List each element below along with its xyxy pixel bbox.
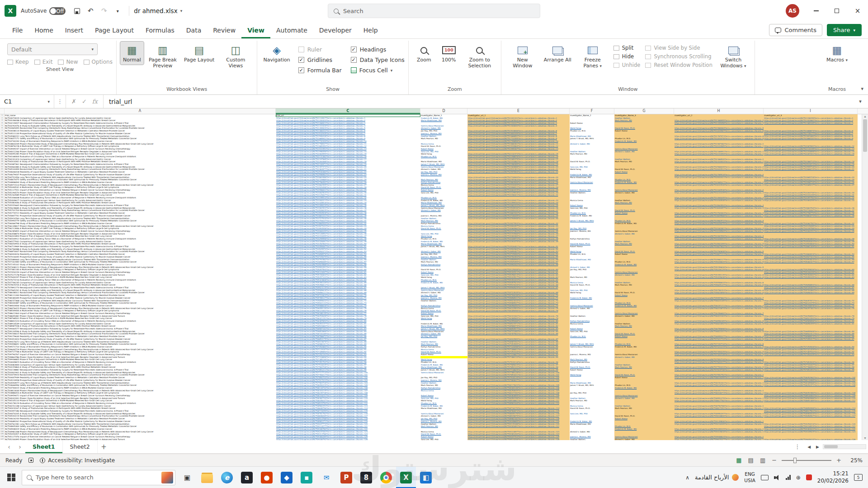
blue-app-icon[interactable]: ◆	[277, 467, 297, 488]
cell-H127[interactable]: https://clinicaltrials.gov/ct2/show/reco…	[674, 438, 764, 440]
excel-icon[interactable]: X	[396, 467, 416, 488]
mail-icon[interactable]: ✉	[316, 467, 336, 488]
scroll-down-icon[interactable]: ▾	[864, 436, 866, 440]
expand-formula-bar-icon[interactable]: ▾	[853, 99, 868, 104]
redo-button[interactable]: ↷	[97, 4, 111, 18]
name-box[interactable]: C1 ▾	[0, 95, 54, 108]
column-header-F[interactable]: F	[570, 108, 614, 114]
vertical-scrollbar[interactable]: ▴ ▾	[862, 114, 868, 440]
tab-insert[interactable]: Insert	[59, 23, 89, 38]
sheet-tab-sheet2[interactable]: Sheet2	[63, 440, 98, 453]
page-break-preview-button[interactable]: ▥ Page Break Preview	[145, 42, 180, 70]
tray-overflow-icon[interactable]: ∧	[685, 474, 689, 481]
language-indicator[interactable]: ENG USIA	[744, 471, 755, 483]
search-highlights-image[interactable]	[161, 472, 173, 483]
tab-overflow-icon[interactable]: ⋮	[791, 443, 804, 450]
collapse-ribbon-button[interactable]: ▾	[861, 86, 863, 92]
vertical-scroll-thumb[interactable]	[863, 119, 867, 152]
macro-record-icon[interactable]	[28, 458, 33, 463]
tab-file[interactable]: File	[6, 23, 28, 38]
new-sheet-view-button[interactable]: New	[58, 59, 78, 65]
zoom-to-selection-button[interactable]: Zoom to Selection	[462, 42, 497, 70]
switch-windows-button[interactable]: Switch Windows ▾	[716, 42, 751, 70]
sheet-tab-sheet1[interactable]: Sheet1	[25, 440, 63, 453]
tab-data[interactable]: Data	[180, 23, 207, 38]
page-layout-view-button[interactable]: ▤ Page Layout	[182, 42, 217, 65]
checkbox-formula-bar[interactable]: ✓Formula Bar	[298, 65, 342, 75]
cell-C127[interactable]: https://clinicaltrials.gov/ct2/show/reco…	[276, 438, 420, 440]
undo-button[interactable]: ↶	[84, 4, 97, 18]
share-button[interactable]: Share ▾	[827, 24, 862, 36]
zoom-button[interactable]: Zoom	[412, 42, 436, 65]
sheet-view-dropdown[interactable]: Default ▾	[7, 43, 98, 55]
page-break-shortcut-icon[interactable]: ▥	[759, 457, 767, 464]
accessibility-status[interactable]: Accessibility: Investigate	[40, 457, 115, 464]
cell-A127[interactable]: NCT05200395 Phase I Dose Escalation Stud…	[5, 438, 276, 440]
taskbar-search-input[interactable]: Type here to search	[22, 470, 175, 485]
column-header-E[interactable]: E	[467, 108, 570, 114]
checkbox-headings[interactable]: ✓Headings	[351, 44, 405, 55]
page-layout-shortcut-icon[interactable]: ▤	[747, 457, 755, 464]
zoom-level[interactable]: 25%	[846, 457, 863, 464]
keep-button[interactable]: Keep	[7, 59, 29, 65]
autosave-switch-icon[interactable]: Off	[49, 7, 66, 15]
volume-icon[interactable]	[774, 475, 780, 480]
network-icon[interactable]	[786, 475, 791, 480]
formula-bar-handle[interactable]: ⋮	[54, 95, 66, 108]
zoom-in-icon[interactable]: +	[835, 457, 843, 464]
normal-view-button[interactable]: ▦ Normal	[120, 42, 144, 65]
column-header-H[interactable]: H	[674, 108, 764, 114]
start-button[interactable]	[1, 467, 22, 488]
security-tray-icon[interactable]	[806, 474, 812, 480]
tab-automate[interactable]: Automate	[270, 23, 313, 38]
file-explorer-icon[interactable]	[197, 467, 217, 488]
zoom-slider-thumb[interactable]	[793, 458, 797, 463]
checkbox-data-type-icons[interactable]: ✓Data Type Icons	[351, 55, 405, 65]
autosave-toggle[interactable]: AutoSave Off	[21, 7, 66, 15]
scroll-left-icon[interactable]: ◀	[806, 445, 812, 449]
chrome-icon[interactable]	[376, 467, 396, 488]
close-button[interactable]: ×	[847, 0, 868, 22]
custom-views-button[interactable]: ◫ Custom Views	[218, 42, 253, 70]
unhide-button[interactable]: Unhide	[612, 61, 642, 69]
media-app-icon[interactable]: 8	[356, 467, 376, 488]
checkbox-gridlines[interactable]: ✓Gridlines	[298, 55, 342, 65]
view-side-by-side-button[interactable]: View Side by Side	[643, 44, 714, 52]
options-button[interactable]: Options	[84, 59, 113, 65]
cell-E127[interactable]: https://clinicaltrials.gov/ct2/show/reco…	[467, 438, 570, 440]
minimize-button[interactable]	[806, 0, 826, 22]
clock[interactable]: 15:21 20/02/2026	[817, 470, 849, 484]
globe-icon[interactable]: ⊕	[796, 474, 801, 481]
task-view-icon[interactable]: ▣	[177, 467, 197, 488]
column-header-G[interactable]: G	[614, 108, 674, 114]
search-input[interactable]: Search	[328, 4, 540, 18]
store-app-icon[interactable]: ◧	[416, 467, 436, 488]
column-header-D[interactable]: D	[420, 108, 467, 114]
chat-app-icon[interactable]: ▪	[297, 467, 316, 488]
exit-button[interactable]: Exit	[34, 59, 53, 65]
tab-home[interactable]: Home	[28, 23, 59, 38]
save-button[interactable]	[70, 4, 84, 18]
maximize-button[interactable]	[826, 0, 847, 22]
tab-formulas[interactable]: Formulas	[140, 23, 180, 38]
insert-function-icon[interactable]: fx	[92, 98, 98, 105]
column-header-rowhdr[interactable]	[0, 108, 5, 114]
zoom-100-button[interactable]: 100 100%	[437, 42, 461, 65]
touch-keyboard-icon[interactable]	[761, 475, 769, 480]
enter-icon[interactable]: ✓	[82, 98, 87, 105]
cell-F127[interactable]: Heather Walters	[570, 438, 614, 440]
macros-button[interactable]: ▦ Macros ▾	[824, 42, 850, 65]
synchronous-scrolling-button[interactable]: Synchronous Scrolling	[643, 53, 714, 60]
tab-help[interactable]: Help	[358, 23, 384, 38]
new-window-button[interactable]: New Window	[505, 42, 540, 70]
hide-button[interactable]: Hide	[612, 53, 642, 60]
column-header-I[interactable]: I	[764, 108, 858, 114]
scroll-up-icon[interactable]: ▴	[864, 114, 866, 118]
zoom-out-icon[interactable]: −	[770, 457, 778, 464]
tab-developer[interactable]: Developer	[313, 23, 358, 38]
add-sheet-button[interactable]: +	[98, 443, 110, 451]
prev-sheet-icon[interactable]: ‹	[4, 443, 14, 450]
news-widget[interactable]: الأرباح القادمة	[695, 474, 739, 481]
focus-cell-button[interactable]: Focus Cell ▾	[351, 65, 405, 75]
horizontal-scroll-thumb[interactable]	[824, 445, 838, 448]
